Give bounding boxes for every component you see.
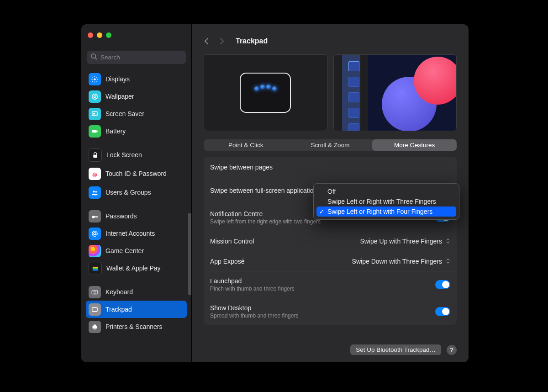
sidebar-item-users-groups[interactable]: Users & Groups [86, 184, 187, 201]
checkmark-icon: ✓ [319, 208, 324, 215]
row-app-expose: App Exposé Swipe Down with Three Fingers [204, 251, 457, 271]
row-title: App Exposé [210, 258, 245, 265]
chevron-updown-icon [446, 259, 450, 264]
screensaver-icon [89, 108, 101, 120]
search-field[interactable] [87, 51, 186, 64]
row-launchpad: Launchpad Pinch with thumb and three fin… [204, 271, 457, 298]
row-title: Notification Centre [210, 210, 321, 217]
search-input[interactable] [100, 53, 182, 61]
wallpaper-icon [89, 90, 101, 103]
show-desktop-toggle[interactable] [435, 307, 450, 316]
svg-rect-34 [94, 324, 96, 326]
trackpad-preview [204, 54, 327, 131]
trackpad-icon [89, 303, 101, 316]
battery-icon [89, 125, 101, 138]
row-title: Launchpad [210, 277, 295, 285]
launchpad-toggle[interactable] [435, 280, 450, 289]
sidebar-item-screen-saver[interactable]: Screen Saver [86, 105, 187, 122]
sidebar-item-label: Trackpad [105, 306, 132, 313]
dropdown-option-three-fingers[interactable]: Swipe Left or Right with Three Fingers [316, 196, 456, 207]
svg-rect-30 [95, 291, 96, 292]
sidebar-item-keyboard[interactable]: Keyboard [86, 283, 187, 301]
sidebar-item-label: Wallpaper [105, 93, 134, 100]
sidebar-item-label: Displays [105, 75, 130, 83]
mission-control-select[interactable]: Swipe Up with Three Fingers [360, 238, 450, 245]
help-button[interactable]: ? [447, 345, 457, 355]
row-mission-control: Mission Control Swipe Up with Three Fing… [204, 231, 457, 251]
svg-rect-32 [92, 307, 97, 312]
sidebar-item-game-center[interactable]: Game Center [86, 242, 187, 260]
app-expose-select[interactable]: Swipe Down with Three Fingers [352, 258, 450, 265]
dropdown-option-off[interactable]: Off [316, 186, 456, 196]
tab-more-gestures[interactable]: More Gestures [372, 139, 457, 151]
svg-rect-27 [92, 290, 98, 294]
keyboard-icon [89, 286, 101, 298]
swipe-pages-select[interactable]: . [448, 164, 450, 171]
printer-icon [89, 321, 101, 333]
sidebar-item-displays[interactable]: Displays [86, 70, 187, 88]
sidebar-item-label: Lock Screen [106, 151, 142, 159]
footer: Set Up Bluetooth Trackpad… ? [350, 344, 457, 355]
sidebar-item-label: Screen Saver [105, 110, 144, 117]
sidebar-item-label: Users & Groups [105, 189, 151, 196]
svg-rect-29 [94, 291, 95, 292]
sidebar-item-label: Wallet & Apple Pay [106, 265, 161, 272]
tab-point-click[interactable]: Point & Click [204, 139, 288, 151]
sidebar-item-passwords[interactable]: Passwords [86, 207, 187, 225]
sidebar-item-internet-accounts[interactable]: Internet Accounts [86, 225, 187, 242]
svg-point-18 [93, 191, 95, 192]
sidebar-item-touchid[interactable]: Touch ID & Password [86, 164, 187, 184]
svg-rect-15 [92, 130, 97, 132]
sidebar-item-lock-screen[interactable]: Lock Screen [86, 146, 187, 164]
gamecenter-icon [89, 245, 101, 257]
minimize-window-button[interactable] [97, 32, 102, 38]
desktop-preview [333, 54, 457, 131]
content: Point & Click Scroll & Zoom More Gesture… [192, 53, 469, 362]
nav-forward-button[interactable] [217, 37, 227, 46]
sidebar-item-wallet[interactable]: Wallet & Apple Pay [86, 260, 187, 277]
sidebar-item-battery[interactable]: Battery [86, 122, 187, 140]
chevron-updown-icon [446, 238, 450, 244]
sidebar-item-label: Keyboard [105, 288, 133, 296]
row-title: Show Desktop [210, 304, 298, 312]
sidebar-item-label: Battery [105, 127, 126, 135]
nav-back-button[interactable] [202, 37, 211, 46]
sidebar-item-printers[interactable]: Printers & Scanners [86, 318, 187, 335]
svg-rect-26 [93, 269, 98, 270]
svg-rect-16 [97, 131, 97, 132]
svg-point-2 [94, 78, 95, 80]
select-value: Swipe Down with Three Fingers [352, 258, 442, 265]
sidebar-item-label: Touch ID & Password [105, 170, 167, 177]
setup-bluetooth-button[interactable]: Set Up Bluetooth Trackpad… [350, 344, 441, 355]
dropdown-option-label: Swipe Left or Right with Four Fingers [327, 208, 432, 215]
svg-line-8 [96, 81, 97, 82]
tab-scroll-zoom[interactable]: Scroll & Zoom [288, 139, 373, 151]
dropdown-option-four-fingers[interactable]: ✓ Swipe Left or Right with Four Fingers [316, 207, 456, 217]
svg-rect-24 [93, 266, 98, 268]
main-pane: Trackpad [192, 24, 469, 362]
row-title: Swipe between pages [210, 164, 273, 171]
sidebar-item-label: Passwords [105, 212, 137, 220]
svg-point-19 [95, 191, 97, 193]
fullscreen-window-button[interactable] [106, 32, 111, 38]
sidebar: Displays Wallpaper Screen Saver [81, 24, 192, 362]
preview-row [204, 54, 457, 131]
trackpad-shape [240, 73, 291, 113]
svg-rect-31 [94, 292, 96, 293]
svg-rect-35 [94, 328, 96, 329]
displays-icon [89, 73, 101, 85]
row-show-desktop: Show Desktop Spread with thumb and three… [204, 298, 457, 325]
finger-dots-icon [254, 86, 277, 91]
settings-window: Displays Wallpaper Screen Saver [81, 24, 469, 362]
sidebar-list[interactable]: Displays Wallpaper Screen Saver [81, 67, 191, 362]
close-window-button[interactable] [88, 32, 93, 38]
sidebar-item-wallpaper[interactable]: Wallpaper [86, 88, 187, 105]
svg-rect-25 [93, 268, 98, 269]
row-title: Swipe between full-screen applications [210, 187, 320, 194]
settings-list: Swipe between pages . Swipe between full… [204, 157, 457, 325]
header: Trackpad [192, 24, 469, 53]
sidebar-item-trackpad[interactable]: Trackpad [86, 301, 187, 318]
key-icon [89, 210, 101, 222]
touchid-icon [89, 168, 101, 180]
sidebar-scrollbar[interactable] [188, 213, 191, 295]
